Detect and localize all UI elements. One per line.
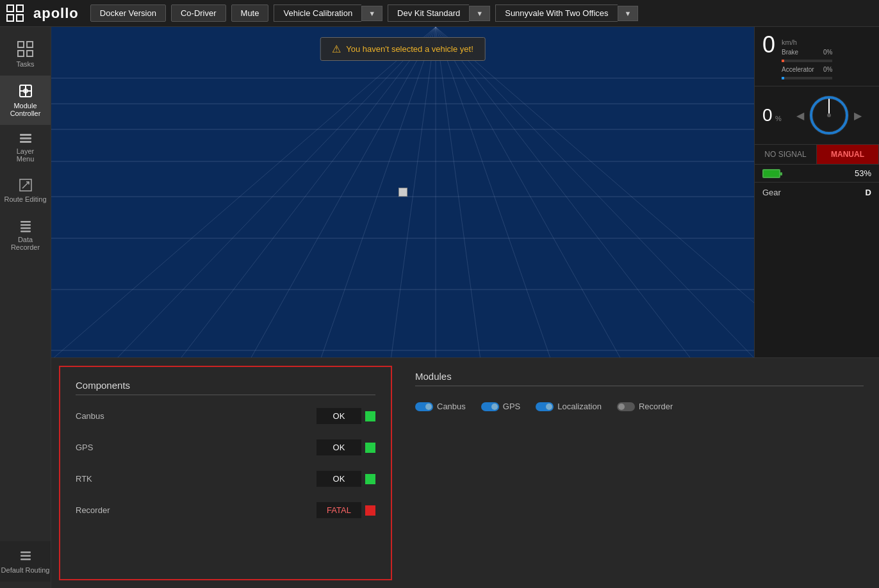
- sidebar-item-data-recorder[interactable]: DataRecorder: [0, 211, 51, 259]
- module-toggle-localization[interactable]: [536, 402, 554, 411]
- speed-bars: Brake 0% Accelerator 0%: [782, 49, 832, 79]
- logo-sq-3: [16, 4, 24, 12]
- svg-rect-14: [21, 555, 31, 557]
- logo-text: apollo: [33, 5, 79, 22]
- main-layout: Tasks ModuleController LayerMenu: [0, 27, 879, 588]
- toggle-knob-canbus: [425, 404, 432, 410]
- component-name-recorder: Recorder: [76, 505, 316, 515]
- svg-line-35: [436, 27, 754, 357]
- header: apollo Docker Version Co-Driver Mute Veh…: [0, 0, 879, 27]
- component-row-canbus: Canbus OK: [76, 400, 375, 432]
- data-recorder-icon: [19, 218, 33, 233]
- speed-value: 0: [762, 31, 775, 58]
- brake-bar-row: Brake 0%: [782, 49, 832, 56]
- svg-line-27: [250, 27, 436, 357]
- status-box-rtk: OK: [316, 471, 361, 487]
- module-controller-icon: [18, 83, 33, 99]
- module-label-localization: Localization: [557, 402, 602, 411]
- module-toggle-gps[interactable]: [481, 402, 499, 411]
- module-toggle-recorder[interactable]: [617, 402, 635, 411]
- status-box-canbus: OK: [316, 408, 361, 424]
- location-dropdown[interactable]: Sunnyvale With Two Offices ▼: [495, 4, 638, 22]
- svg-line-24: [51, 27, 436, 357]
- gauge-right-arrow-icon: ▶: [854, 110, 862, 122]
- route-editing-icon: [19, 178, 33, 192]
- toggle-knob-gps: [491, 404, 498, 410]
- sidebar-item-default-routing[interactable]: Default Routing: [0, 541, 51, 582]
- module-item-canbus: Canbus: [415, 402, 466, 411]
- sidebar-data-recorder-label: DataRecorder: [11, 236, 40, 251]
- signal-panel: NO SIGNAL MANUAL: [755, 145, 879, 165]
- sidebar-module-controller-label: ModuleController: [10, 102, 41, 117]
- bottom-area: Components Canbus OK GPS OK: [51, 357, 879, 588]
- svg-rect-9: [21, 221, 31, 223]
- codriver-button[interactable]: Co-Driver: [171, 4, 226, 22]
- svg-line-25: [115, 27, 436, 357]
- warning-icon: ⚠: [332, 43, 341, 55]
- vehicle-arrow-icon[interactable]: ▼: [469, 6, 490, 21]
- vehicle-dot: [398, 188, 407, 197]
- brake-fill: [782, 60, 784, 62]
- gauge-circle-wrap: ◀ ▶: [787, 93, 871, 138]
- default-routing-icon: [19, 549, 33, 563]
- svg-point-40: [827, 113, 831, 117]
- layer-menu-icon: [19, 133, 33, 144]
- svg-rect-12: [21, 231, 31, 233]
- sidebar-tasks-label: Tasks: [16, 60, 34, 68]
- calibration-label: Vehicle Calibration: [274, 4, 361, 22]
- component-row-rtk: RTK OK: [76, 463, 375, 494]
- sidebar-item-route-editing[interactable]: Route Editing: [0, 170, 51, 211]
- logo-icon: [6, 4, 29, 22]
- sidebar-item-module-controller[interactable]: ModuleController: [0, 76, 51, 125]
- svg-line-33: [436, 27, 621, 357]
- sidebar-item-tasks[interactable]: Tasks: [0, 33, 51, 76]
- svg-rect-6: [20, 141, 31, 143]
- module-label-canbus: Canbus: [437, 402, 466, 411]
- vehicle-dropdown[interactable]: Dev Kit Standard ▼: [388, 4, 490, 22]
- svg-rect-13: [21, 551, 31, 553]
- sidebar-default-routing-label: Default Routing: [1, 566, 50, 574]
- svg-rect-11: [21, 227, 31, 229]
- no-signal-button[interactable]: NO SIGNAL: [755, 145, 817, 164]
- gauge-panel: 0 % ◀ ▶: [755, 86, 879, 145]
- gear-row: Gear D: [755, 183, 879, 202]
- status-indicator-gps: [365, 443, 375, 453]
- module-toggle-canbus[interactable]: [415, 402, 433, 411]
- gauge-value: 0: [762, 105, 773, 125]
- warning-text: You haven't selected a vehicle yet!: [346, 44, 473, 54]
- right-panel: 0 km/h Brake 0%: [754, 27, 879, 357]
- accel-bar-row: Accelerator 0%: [782, 66, 832, 73]
- component-status-rtk: OK: [316, 471, 375, 487]
- accel-label: Accelerator: [782, 66, 820, 73]
- battery-row: 53%: [755, 165, 879, 183]
- sidebar-route-editing-label: Route Editing: [4, 195, 46, 203]
- brake-track: [782, 60, 832, 62]
- accel-pct: 0%: [823, 66, 832, 73]
- manual-button[interactable]: MANUAL: [817, 145, 879, 164]
- battery-icon: [762, 169, 780, 178]
- status-indicator-recorder: [365, 505, 375, 516]
- sidebar-item-layer-menu[interactable]: LayerMenu: [0, 125, 51, 170]
- calibration-dropdown[interactable]: Vehicle Calibration ▼: [274, 4, 382, 22]
- calibration-arrow-icon[interactable]: ▼: [361, 6, 382, 21]
- vehicle-label: Dev Kit Standard: [388, 4, 469, 22]
- svg-rect-10: [21, 224, 31, 226]
- logo-sq-4: [16, 14, 24, 22]
- status-indicator-rtk: [365, 474, 375, 484]
- svg-line-8: [22, 182, 29, 188]
- vehicle-warning: ⚠ You haven't selected a vehicle yet!: [320, 37, 486, 61]
- status-indicator-canbus: [365, 411, 375, 421]
- map-right-row: .grid-h { stroke: rgba(150,170,210,0.25)…: [51, 27, 879, 357]
- modules-title: Modules: [415, 371, 864, 386]
- brake-label: Brake: [782, 49, 820, 56]
- docker-version-button[interactable]: Docker Version: [90, 4, 166, 22]
- module-item-localization: Localization: [536, 402, 602, 411]
- map-area[interactable]: .grid-h { stroke: rgba(150,170,210,0.25)…: [51, 27, 754, 357]
- component-status-recorder: FATAL: [316, 502, 375, 518]
- location-arrow-icon[interactable]: ▼: [618, 6, 639, 21]
- mute-button[interactable]: Mute: [231, 4, 269, 22]
- logo: apollo: [6, 4, 79, 22]
- module-item-recorder: Recorder: [617, 402, 673, 411]
- status-box-gps: OK: [316, 439, 361, 455]
- logo-sq-1: [6, 4, 14, 12]
